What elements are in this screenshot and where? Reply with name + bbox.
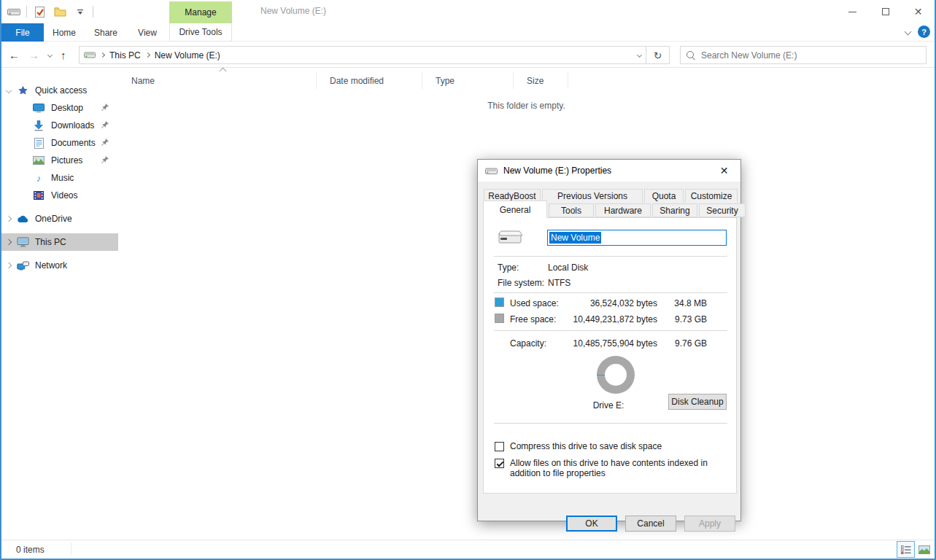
address-dropdown-icon[interactable] — [637, 52, 642, 58]
index-checkbox[interactable] — [495, 459, 504, 468]
compress-checkbox[interactable] — [495, 442, 504, 451]
tab-label: General — [500, 205, 531, 215]
breadcrumb[interactable]: This PC New Volume (E:) — [79, 46, 646, 64]
dialog-title: New Volume (E:) Properties — [503, 166, 611, 176]
column-header-size[interactable]: Size — [514, 72, 568, 89]
used-space-bytes: 36,524,032 bytes — [562, 298, 657, 308]
sidebar-item-desktop[interactable]: Desktop — [1, 99, 118, 117]
sort-ascending-icon — [220, 68, 227, 75]
column-label: Type — [436, 76, 455, 86]
used-space-size: 34.8 MB — [663, 298, 707, 308]
tab-sharing[interactable]: Sharing — [652, 203, 697, 217]
ok-button[interactable]: OK — [566, 516, 617, 532]
item-count: 0 items — [16, 545, 45, 555]
tab-quota[interactable]: Quota — [644, 189, 684, 203]
sidebar-item-videos[interactable]: Videos — [1, 187, 118, 204]
status-bar: 0 items — [1, 540, 935, 559]
sidebar-item-documents[interactable]: Documents — [1, 134, 118, 152]
sidebar-item-quick-access[interactable]: Quick access — [1, 82, 118, 99]
maximize-button[interactable] — [869, 0, 902, 23]
tab-drive-tools-label: Drive Tools — [179, 27, 222, 37]
sidebar-item-pictures[interactable]: Pictures — [1, 152, 118, 169]
chevron-right-icon[interactable] — [1, 263, 16, 268]
tab-general[interactable]: General — [483, 201, 547, 218]
volume-label-input[interactable]: New Volume — [547, 230, 727, 246]
tab-hardware[interactable]: Hardware — [595, 203, 651, 217]
column-label: Date modified — [330, 76, 384, 86]
disk-cleanup-button[interactable]: Disk Cleanup — [668, 394, 727, 410]
tab-file[interactable]: File — [1, 23, 44, 42]
status-separator — [71, 542, 71, 556]
forward-button[interactable]: → — [28, 49, 39, 61]
sidebar-item-onedrive[interactable]: OneDrive — [1, 210, 118, 228]
cancel-button[interactable]: Cancel — [625, 516, 676, 532]
tab-label: Security — [706, 206, 738, 216]
column-header-type[interactable]: Type — [422, 72, 514, 89]
music-icon: ♪ — [32, 173, 45, 184]
sidebar-item-label: This PC — [35, 237, 66, 247]
ok-label: OK — [585, 518, 597, 529]
up-button[interactable]: ↑ — [61, 49, 66, 61]
large-icons-view-button[interactable] — [915, 541, 933, 558]
drive-icon — [6, 4, 22, 20]
compress-checkbox-label: Compress this drive to save disk space — [510, 441, 662, 451]
refresh-icon: ↻ — [654, 50, 662, 61]
dialog-title-bar[interactable]: New Volume (E:) Properties — [478, 160, 740, 182]
refresh-button[interactable]: ↻ — [646, 46, 670, 64]
tab-security[interactable]: Security — [699, 203, 746, 217]
expand-ribbon-icon[interactable] — [905, 28, 912, 36]
column-header-name[interactable]: Name — [118, 72, 317, 89]
back-button[interactable]: ← — [9, 49, 20, 61]
close-button[interactable]: ✕ — [902, 0, 935, 23]
new-folder-icon[interactable] — [52, 4, 68, 20]
empty-folder-message: This folder is empty. — [118, 101, 935, 111]
breadcrumb-this-pc[interactable]: This PC — [109, 50, 141, 61]
disk-usage-donut-chart — [597, 356, 635, 394]
apply-label: Apply — [699, 518, 721, 529]
sidebar-item-music[interactable]: ♪ Music — [1, 169, 118, 187]
chevron-down-icon[interactable] — [1, 88, 16, 93]
sidebar-item-label: Pictures — [51, 155, 82, 166]
sidebar-item-label: Downloads — [51, 120, 94, 131]
tab-share[interactable]: Share — [85, 23, 127, 42]
tab-view[interactable]: View — [127, 23, 168, 42]
tab-customize[interactable]: Customize — [685, 189, 738, 203]
properties-icon[interactable] — [31, 4, 47, 20]
manage-label: Manage — [185, 7, 216, 18]
window-title: New Volume (E:) — [260, 6, 326, 16]
tab-label: Previous Versions — [557, 191, 627, 201]
index-checkbox-row[interactable]: Allow files on this drive to have conten… — [495, 458, 727, 478]
tab-previous-versions[interactable]: Previous Versions — [542, 189, 643, 203]
minimize-button[interactable] — [836, 0, 869, 23]
view-toggles — [897, 541, 933, 558]
free-space-label: Free space: — [510, 314, 556, 324]
column-label: Size — [527, 76, 544, 86]
contextual-tab-manage[interactable]: Manage — [169, 1, 232, 23]
chevron-right-icon[interactable] — [1, 217, 16, 221]
tab-home[interactable]: Home — [44, 23, 85, 42]
compress-checkbox-row[interactable]: Compress this drive to save disk space — [495, 441, 727, 451]
videos-icon — [32, 191, 45, 200]
search-box[interactable]: Search New Volume (E:) — [680, 46, 927, 64]
large-icons-view-icon — [918, 545, 930, 554]
documents-icon — [32, 138, 45, 149]
tab-drive-tools[interactable]: Drive Tools — [169, 23, 232, 42]
details-view-button[interactable] — [897, 541, 915, 558]
divider — [494, 256, 727, 257]
sidebar-item-downloads[interactable]: Downloads — [1, 117, 118, 134]
free-space-bytes: 10,449,231,872 bytes — [562, 314, 657, 324]
tab-tools[interactable]: Tools — [549, 203, 594, 217]
help-icon[interactable]: ? — [918, 26, 930, 38]
recent-locations-icon[interactable] — [47, 52, 53, 57]
customize-toolbar-icon[interactable] — [72, 4, 88, 20]
apply-button[interactable]: Apply — [684, 516, 735, 532]
sidebar-item-network[interactable]: Network — [1, 257, 118, 274]
divider — [494, 292, 727, 293]
breadcrumb-current[interactable]: New Volume (E:) — [155, 50, 220, 61]
dialog-close-button[interactable]: ✕ — [708, 160, 740, 182]
chevron-right-icon[interactable] — [1, 240, 16, 244]
sidebar-item-this-pc[interactable]: This PC — [1, 233, 118, 251]
navigation-pane: Quick access Desktop Downloads — [1, 68, 118, 540]
index-checkbox-label: Allow files on this drive to have conten… — [510, 458, 727, 478]
column-header-date-modified[interactable]: Date modified — [317, 72, 422, 89]
